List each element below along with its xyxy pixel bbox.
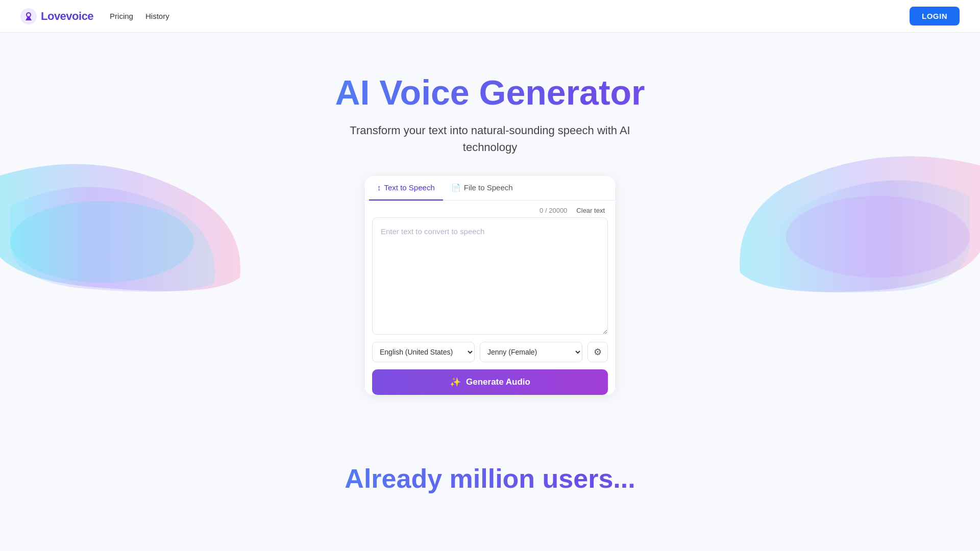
controls-row: English (United States) Spanish French G… bbox=[365, 342, 615, 369]
brand-name: Lovevoice bbox=[41, 10, 93, 23]
bottom-title: Already million users... bbox=[10, 463, 970, 494]
svg-point-2 bbox=[786, 196, 970, 278]
navbar: Lovevoice Pricing History LOGIN bbox=[0, 0, 980, 33]
hero-title: AI Voice Generator bbox=[10, 73, 970, 112]
file-to-speech-icon: 📄 bbox=[451, 183, 461, 192]
generate-audio-button[interactable]: ✨ Generate Audio bbox=[372, 369, 608, 395]
textarea-header: 0 / 20000 Clear text bbox=[365, 201, 615, 217]
tab-text-to-speech-label: Text to Speech bbox=[384, 183, 435, 192]
char-count: 0 / 20000 bbox=[540, 207, 567, 214]
tab-file-to-speech[interactable]: 📄 File to Speech bbox=[443, 176, 521, 201]
clear-text-button[interactable]: Clear text bbox=[573, 206, 608, 215]
navbar-left: Lovevoice Pricing History bbox=[20, 8, 169, 24]
speech-textarea[interactable] bbox=[372, 217, 608, 335]
tab-bar: ↕ Text to Speech 📄 File to Speech bbox=[365, 176, 615, 201]
textarea-wrap bbox=[365, 217, 615, 342]
hero-subtitle: Transform your text into natural-soundin… bbox=[337, 122, 643, 156]
tab-file-to-speech-label: File to Speech bbox=[464, 183, 513, 192]
main-card: ↕ Text to Speech 📄 File to Speech 0 / 20… bbox=[365, 176, 615, 395]
svg-point-1 bbox=[10, 201, 194, 283]
voice-select[interactable]: Jenny (Female) Aria (Female) Guy (Male) … bbox=[480, 342, 582, 362]
char-count-current: 0 bbox=[540, 207, 543, 214]
bottom-section: Already million users... bbox=[0, 433, 980, 494]
history-link[interactable]: History bbox=[145, 12, 169, 20]
nav-links: Pricing History bbox=[110, 12, 169, 20]
language-select[interactable]: English (United States) Spanish French G… bbox=[372, 342, 475, 362]
generate-audio-icon: ✨ bbox=[450, 377, 461, 388]
settings-button[interactable]: ⚙ bbox=[587, 342, 608, 362]
pricing-link[interactable]: Pricing bbox=[110, 12, 133, 20]
logo-link[interactable]: Lovevoice bbox=[20, 8, 93, 24]
char-count-max: 20000 bbox=[549, 207, 567, 214]
generate-audio-label: Generate Audio bbox=[466, 377, 530, 387]
tab-text-to-speech[interactable]: ↕ Text to Speech bbox=[369, 176, 443, 201]
login-button[interactable]: LOGIN bbox=[910, 7, 960, 26]
logo-icon bbox=[20, 8, 37, 24]
text-to-speech-icon: ↕ bbox=[377, 183, 381, 192]
hero-section: AI Voice Generator Transform your text i… bbox=[0, 33, 980, 433]
settings-icon: ⚙ bbox=[594, 346, 602, 358]
